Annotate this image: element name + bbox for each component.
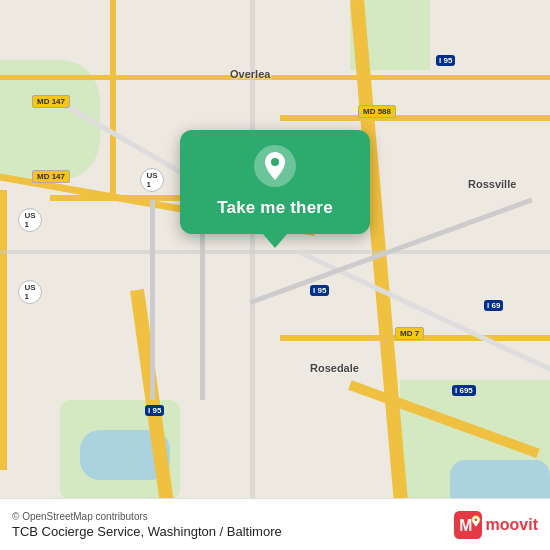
shield-md147-2: MD 147 (32, 170, 70, 183)
map-container: US1 US1 US1 MD 147 MD 147 MD 588 I 95 I … (0, 0, 550, 550)
place-name-label: TCB Cocierge Service, Washington / Balti… (12, 524, 282, 539)
moovit-logo: M moovit (454, 511, 538, 539)
svg-text:M: M (459, 517, 472, 534)
moovit-brand-icon: M (454, 511, 482, 539)
shield-md7: MD 7 (395, 327, 424, 340)
shield-md147-1: MD 147 (32, 95, 70, 108)
shield-i695: I 695 (452, 385, 476, 396)
road-gray3 (250, 0, 255, 550)
svg-point-5 (474, 518, 477, 521)
map-attribution: © OpenStreetMap contributors (12, 511, 282, 522)
shield-i69: I 69 (484, 300, 503, 311)
shield-i95-1: I 95 (436, 55, 455, 66)
shield-us1-1: US1 (18, 208, 42, 232)
shield-us1-3: US1 (140, 168, 164, 192)
svg-point-1 (271, 158, 279, 166)
place-rossville: Rossville (468, 178, 516, 190)
road-top-h (0, 75, 550, 80)
shield-i95-3: I 95 (145, 405, 164, 416)
road-us1-v (0, 190, 7, 470)
bottom-bar: © OpenStreetMap contributors TCB Cocierg… (0, 498, 550, 550)
place-rosedale: Rosedale (310, 362, 359, 374)
place-overlea: Overlea (230, 68, 270, 80)
location-pin-icon (253, 144, 297, 188)
road-md588 (280, 115, 550, 121)
road-gray4 (0, 250, 550, 254)
road-gray1 (150, 200, 155, 400)
shield-md588: MD 588 (358, 105, 396, 118)
shield-i95-2: I 95 (310, 285, 329, 296)
road-md147 (110, 0, 116, 200)
moovit-brand-text: moovit (486, 516, 538, 534)
popup-card: Take me there (180, 130, 370, 234)
take-me-there-button[interactable]: Take me there (217, 198, 333, 218)
shield-us1-2: US1 (18, 280, 42, 304)
